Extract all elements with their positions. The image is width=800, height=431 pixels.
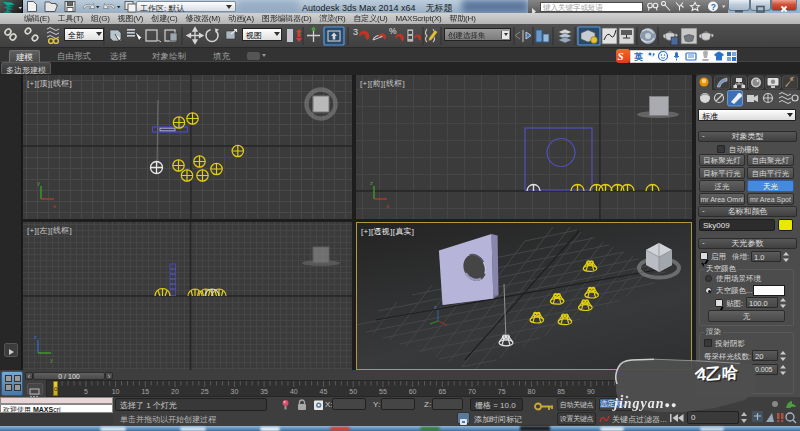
svg-text:10: 10	[112, 388, 120, 395]
svg-text:?: ?	[711, 2, 716, 12]
svg-text:z: z	[370, 180, 373, 186]
svg-text:3: 3	[353, 27, 358, 37]
svg-text:80: 80	[528, 388, 536, 395]
svg-text:25: 25	[201, 388, 209, 395]
svg-text:z: z	[34, 334, 37, 340]
svg-text:65: 65	[438, 388, 446, 395]
svg-text:35: 35	[260, 388, 268, 395]
svg-text:60: 60	[409, 388, 417, 395]
svg-text:55: 55	[379, 388, 387, 395]
svg-text:x: x	[386, 203, 389, 209]
svg-text:45: 45	[320, 388, 328, 395]
svg-text:50: 50	[349, 388, 357, 395]
svg-text:15: 15	[141, 388, 149, 395]
svg-text:x: x	[53, 203, 56, 209]
svg-text:5: 5	[84, 388, 88, 395]
svg-text:%: %	[389, 26, 397, 36]
svg-text:85: 85	[557, 388, 565, 395]
svg-text:75: 75	[498, 388, 506, 395]
svg-text:30: 30	[231, 388, 239, 395]
svg-text:40: 40	[290, 388, 298, 395]
svg-text:90: 90	[587, 388, 595, 395]
svg-text:z: z	[434, 304, 437, 310]
svg-text:70: 70	[468, 388, 476, 395]
svg-text:y: y	[50, 357, 53, 363]
svg-text:20: 20	[171, 388, 179, 395]
svg-text:y: y	[37, 180, 40, 186]
